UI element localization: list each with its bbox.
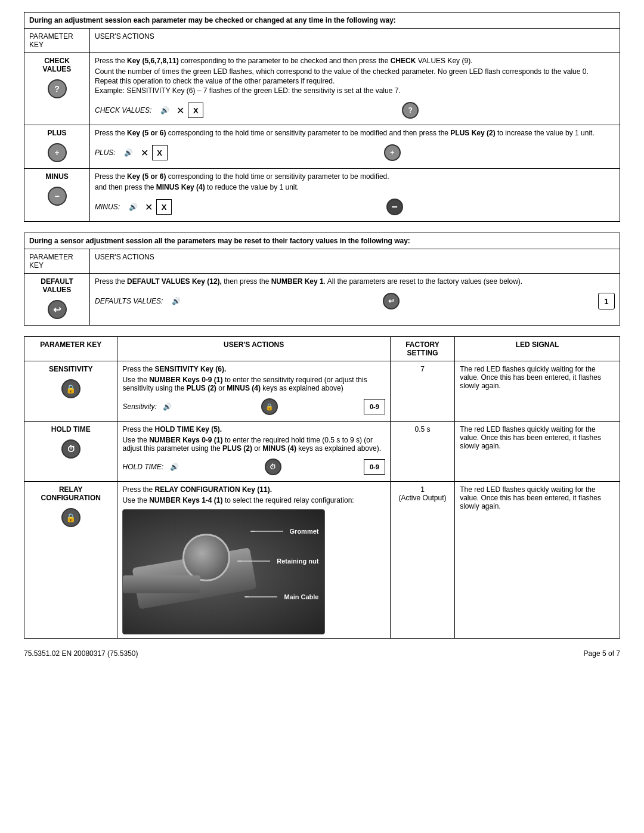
default-values-key-cell: DEFAULTVALUES ↩ xyxy=(24,274,90,326)
sensitivity-action: Press the SENSITIVITY Key (6). Use the N… xyxy=(117,361,390,422)
check-values-seq-label: CHECK VALUES: xyxy=(95,106,151,114)
plus-seq-label: PLUS: xyxy=(95,148,116,157)
speaker-icon4: 🔊 xyxy=(168,293,184,309)
holdtime-sequence: HOLD TIME: 🔊 ⏱ 0-9 xyxy=(122,456,385,478)
seq-num1: 1 xyxy=(598,293,615,309)
x-box2: X xyxy=(152,145,168,160)
sensitivity-factory: 7 xyxy=(390,361,454,422)
seq-icon-hold: ⏱ xyxy=(265,459,281,475)
retaining-text: Retaining nut xyxy=(277,558,318,565)
section1-col1-header: PARAMETER KEY xyxy=(24,29,90,53)
holdtime-led: The red LED flashes quickly waiting for … xyxy=(455,422,620,482)
cable-tube xyxy=(123,575,200,593)
check-values-icon: ? xyxy=(29,77,85,101)
s3-col1-header: PARAMETER KEY xyxy=(24,337,117,361)
sensitivity-seq-label: Sensitivity: xyxy=(122,402,156,411)
plus-sequence: PLUS: 🔊 ✕ X + xyxy=(95,142,615,163)
sensitivity-led: The red LED flashes quickly waiting for … xyxy=(455,361,620,422)
seq-icon-plus: + xyxy=(384,144,401,161)
footer-left: 75.5351.02 EN 20080317 (75.5350) xyxy=(24,649,138,658)
svg-point-5 xyxy=(245,596,249,597)
section1-table: During an adjustment session each parame… xyxy=(24,12,620,222)
s3-col4-header: LED SIGNAL xyxy=(455,337,620,361)
speaker-icon: 🔊 xyxy=(156,102,173,119)
maincable-arrow xyxy=(244,596,280,597)
minus-sequence: MINUS: 🔊 ✕ X − xyxy=(95,196,615,218)
minus-label: MINUS xyxy=(29,172,85,181)
grommet-arrow xyxy=(250,531,286,532)
relay-image: Grommet Retaining nut Main Cable xyxy=(122,509,325,634)
minus-action: Press the Key (5 or 6) corresponding to … xyxy=(90,169,620,222)
relay-action: Press the RELAY CONFIGURATION Key (11). … xyxy=(117,482,390,639)
x-box3: X xyxy=(156,199,172,215)
speaker-icon3: 🔊 xyxy=(125,199,141,215)
minus-seq-label: MINUS: xyxy=(95,203,120,211)
sensitivity-sequence: Sensitivity: 🔊 🔒 0-9 xyxy=(122,396,385,417)
relay-image-inner: Grommet Retaining nut Main Cable xyxy=(123,510,324,634)
retaining-line: Retaining nut xyxy=(237,558,318,565)
seq-icon-check: ? xyxy=(402,102,419,119)
section2-col1-header: PARAMETER KEY xyxy=(24,249,90,274)
plus-key-cell: PLUS + xyxy=(24,125,90,169)
seq-09: 0-9 xyxy=(364,399,385,414)
holdtime-factory: 0.5 s xyxy=(390,422,454,482)
holdtime-icon: ⏱ xyxy=(29,437,112,461)
holdtime-label: HOLD TIME xyxy=(29,425,112,433)
section3-table: PARAMETER KEY USER'S ACTIONS FACTORYSETT… xyxy=(24,336,620,639)
retaining-arrow xyxy=(237,561,273,562)
svg-point-3 xyxy=(238,561,242,562)
x-separator2: ✕ xyxy=(141,147,148,159)
s3-col3-header: FACTORYSETTING xyxy=(390,337,454,361)
check-values-label: CHECK VALUES xyxy=(29,57,85,73)
plus-label: PLUS xyxy=(29,129,85,137)
section1-col2-header: USER'S ACTIONS xyxy=(90,29,620,53)
holdtime-key-cell: HOLD TIME ⏱ xyxy=(24,422,117,482)
check-values-key-cell: CHECK VALUES ? xyxy=(24,53,90,125)
section1-title: During an adjustment session each parame… xyxy=(24,13,620,29)
footer: 75.5351.02 EN 20080317 (75.5350) Page 5 … xyxy=(24,649,620,658)
plus-icon: + xyxy=(29,141,85,165)
x-box: X xyxy=(188,103,203,118)
svg-point-1 xyxy=(251,531,255,532)
holdtime-seq-label: HOLD TIME: xyxy=(122,463,163,471)
section2-table: During a sensor adjustment session all t… xyxy=(24,233,620,326)
section2-title: During a sensor adjustment session all t… xyxy=(24,233,620,249)
speaker-icon2: 🔊 xyxy=(120,144,137,161)
minus-icon: − xyxy=(29,184,85,208)
grommet-text: Grommet xyxy=(290,528,319,535)
seq-icon-default: ↩ xyxy=(383,293,400,309)
plus-action: Press the Key (5 or 6) corresponding to … xyxy=(90,125,620,169)
x-separator3: ✕ xyxy=(145,202,153,213)
check-values-action: Press the Key (5,6,7,8,11) corresponding… xyxy=(90,53,620,125)
sensitivity-key-cell: SENSITIVITY 🔒 xyxy=(24,361,117,422)
s3-col2-header: USER'S ACTIONS xyxy=(117,337,390,361)
sensitivity-label: SENSITIVITY xyxy=(29,365,112,373)
default-sequence: DEFAULTS VALUES: 🔊 ↩ 1 xyxy=(95,290,615,312)
relay-factory: 1 (Active Output) xyxy=(390,482,454,639)
maincable-text: Main Cable xyxy=(284,593,318,600)
x-separator: ✕ xyxy=(177,105,184,116)
seq-icon-minus: − xyxy=(386,199,403,215)
seq-09-hold: 0-9 xyxy=(364,459,385,475)
section2-col2-header: USER'S ACTIONS xyxy=(90,249,620,274)
holdtime-action: Press the HOLD TIME Key (5). Use the NUM… xyxy=(117,422,390,482)
default-values-action: Press the DEFAULT VALUES Key (12), then … xyxy=(90,274,620,326)
minus-key-cell: MINUS − xyxy=(24,169,90,222)
default-values-label: DEFAULTVALUES xyxy=(29,277,85,294)
check-values-sequence: CHECK VALUES: 🔊 ✕ X ? xyxy=(95,100,615,121)
seq-icon-sens: 🔒 xyxy=(261,398,278,415)
speaker-icon5: 🔊 xyxy=(159,398,176,415)
relay-led: The red LED flashes quickly waiting for … xyxy=(455,482,620,639)
relay-key-cell: RELAYCONFIGURATION 🔒 xyxy=(24,482,117,639)
sensitivity-icon: 🔒 xyxy=(29,377,112,401)
relay-icon: 🔒 xyxy=(29,506,112,529)
relay-label: RELAYCONFIGURATION xyxy=(29,485,112,502)
footer-right: Page 5 of 7 xyxy=(584,649,620,658)
default-values-icon: ↩ xyxy=(29,298,85,321)
maincable-line: Main Cable xyxy=(244,593,318,600)
speaker-icon6: 🔊 xyxy=(166,459,182,475)
connector-circle xyxy=(182,534,230,581)
grommet-line: Grommet xyxy=(250,528,319,535)
defaults-seq-label: DEFAULTS VALUES: xyxy=(95,297,163,305)
